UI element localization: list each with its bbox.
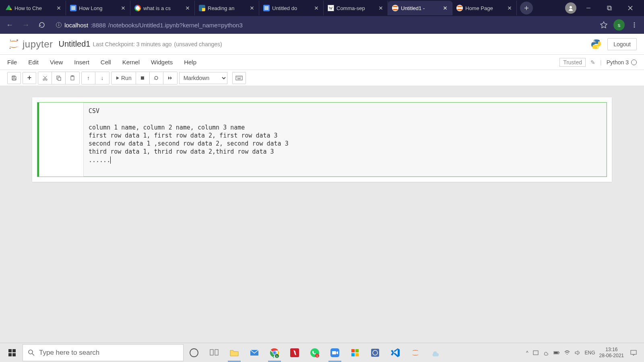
save-button[interactable] [7, 72, 21, 84]
notebook-inner: CSV column 1 name, column 2 name, column… [32, 97, 612, 182]
file-explorer-button[interactable] [225, 344, 244, 362]
url-field[interactable]: localhost:8888/notebooks/Untitled1.ipynb… [52, 19, 594, 31]
stop-button[interactable] [136, 72, 150, 84]
trusted-badge[interactable]: Trusted [559, 58, 586, 67]
pencil-icon[interactable]: ✎ [590, 59, 595, 66]
jupyter-logo[interactable]: jupyter [7, 38, 53, 51]
restart-button[interactable] [150, 72, 163, 84]
logout-button[interactable]: Logout [607, 38, 637, 50]
mail-button[interactable] [245, 344, 264, 362]
menu-insert[interactable]: Insert [74, 59, 89, 66]
google-icon [134, 5, 141, 11]
clock[interactable]: 13:16 28-06-2021 [599, 347, 624, 358]
app-button[interactable] [365, 344, 385, 362]
wifi-icon[interactable] [564, 350, 570, 356]
separator: | [600, 59, 602, 66]
paste-button[interactable] [66, 72, 79, 84]
vscode-button[interactable] [386, 344, 405, 362]
close-icon[interactable] [120, 5, 126, 11]
menu-help[interactable]: Help [184, 59, 196, 66]
copy-button[interactable] [52, 72, 66, 84]
menu-edit[interactable]: Edit [28, 59, 39, 66]
restart-run-all-button[interactable] [163, 72, 177, 84]
close-icon[interactable] [314, 5, 319, 11]
onedrive-icon[interactable] [543, 350, 549, 356]
profile-badge-icon[interactable] [565, 2, 576, 14]
browser-tab-0[interactable]: How to Che [2, 1, 66, 15]
reload-button[interactable] [35, 19, 48, 31]
menu-cell[interactable]: Cell [101, 59, 111, 66]
tray-icons: ^ ENG [526, 350, 595, 356]
svg-rect-31 [8, 353, 12, 356]
svg-rect-25 [238, 77, 239, 78]
close-icon[interactable] [185, 5, 190, 11]
cell-text: CSV column 1 name, column 2 name, column… [89, 107, 289, 164]
close-icon[interactable] [378, 5, 384, 11]
python-icon [590, 38, 603, 51]
cortana-button[interactable] [184, 344, 204, 362]
tray-chevron-icon[interactable]: ^ [526, 350, 528, 356]
language-indicator[interactable]: ENG [585, 350, 595, 356]
jupyter-app-button[interactable] [406, 344, 425, 362]
zoom-button[interactable] [325, 344, 345, 362]
start-button[interactable] [2, 344, 22, 362]
close-icon[interactable] [442, 5, 448, 11]
battery-icon[interactable] [553, 350, 560, 356]
browser-tab-5[interactable]: W Comma-sep [324, 1, 388, 15]
weather-button[interactable] [426, 344, 445, 362]
tab-title: Home Page [465, 5, 504, 11]
cell-type-select[interactable]: Markdown [179, 72, 227, 84]
menu-kernel[interactable]: Kernel [122, 59, 140, 66]
svg-rect-14 [13, 76, 15, 77]
acrobat-button[interactable] [285, 344, 304, 362]
notification-icon [630, 349, 637, 356]
close-icon[interactable] [507, 5, 512, 11]
bookmark-button[interactable] [597, 19, 610, 31]
kernel-name: Python 3 [607, 59, 629, 66]
back-button[interactable]: ← [3, 19, 16, 31]
browser-tab-1[interactable]: How Long [66, 1, 130, 15]
add-cell-button[interactable]: + [23, 72, 36, 84]
close-window-button[interactable] [621, 1, 639, 15]
touchpad-icon[interactable] [533, 350, 539, 356]
info-icon [56, 22, 62, 28]
browser-menu-button[interactable] [628, 19, 641, 31]
tab-title: Comma-sep [336, 5, 376, 11]
ms-store-button[interactable] [345, 344, 365, 362]
browser-tab-7[interactable]: Home Page [452, 1, 517, 15]
taskbar-search[interactable]: Type here to search [23, 344, 184, 361]
run-button[interactable]: Run [111, 72, 136, 84]
minimize-button[interactable] [580, 1, 597, 15]
kernel-indicator[interactable]: Python 3 [607, 59, 637, 66]
svg-rect-60 [631, 350, 636, 354]
new-tab-button[interactable] [520, 2, 533, 14]
close-icon[interactable] [249, 5, 255, 11]
profile-avatar[interactable]: s [613, 19, 625, 31]
window-controls [565, 1, 642, 15]
notebook-title[interactable]: Untitled1 [59, 39, 91, 49]
move-up-button[interactable]: ↑ [82, 72, 95, 84]
browser-tab-2[interactable]: what is a cs [130, 1, 195, 15]
task-view-button[interactable] [204, 344, 224, 362]
browser-tab-4[interactable]: Untitled do [259, 1, 324, 15]
chrome-button[interactable]: s [265, 344, 284, 362]
menu-widgets[interactable]: Widgets [151, 59, 173, 66]
volume-icon[interactable] [574, 350, 581, 356]
menu-view[interactable]: View [50, 59, 63, 66]
tab-title: How to Che [14, 5, 54, 11]
close-icon[interactable] [56, 5, 62, 11]
whatsapp-button[interactable]: 1 [305, 344, 324, 362]
maximize-button[interactable] [601, 1, 618, 15]
forward-button[interactable]: → [19, 19, 32, 31]
kernel-status-icon [631, 60, 637, 65]
browser-tab-3[interactable]: Reading an [195, 1, 259, 15]
cut-button[interactable] [38, 72, 52, 84]
move-down-button[interactable]: ↓ [95, 72, 109, 84]
cell-editor[interactable]: CSV column 1 name, column 2 name, column… [83, 103, 607, 177]
svg-point-34 [190, 349, 198, 357]
browser-tab-6[interactable]: Untitled1 - [388, 1, 452, 15]
menu-file[interactable]: File [7, 59, 17, 66]
command-palette-button[interactable] [232, 72, 246, 84]
markdown-cell[interactable]: CSV column 1 name, column 2 name, column… [37, 102, 607, 177]
notifications-button[interactable] [628, 347, 639, 358]
